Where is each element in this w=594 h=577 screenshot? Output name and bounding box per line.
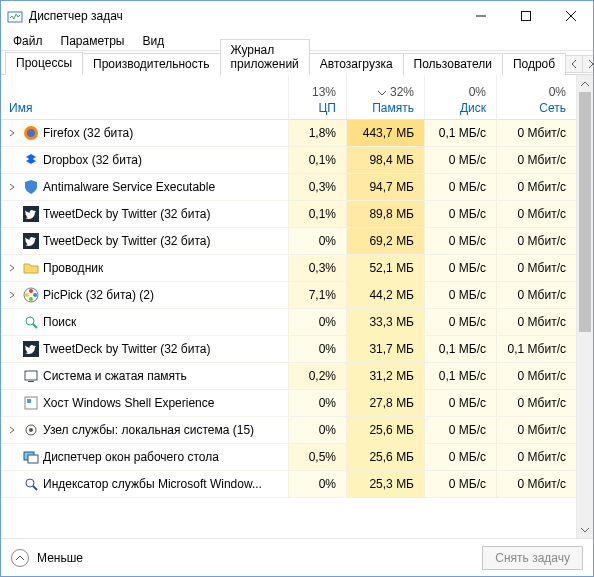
svg-point-13 [33,293,37,297]
cpu-cell: 0,2% [288,363,346,389]
process-name-cell: Antimalware Service Executable [1,174,288,200]
disk-cell: 0 МБ/с [424,309,496,335]
dwm-icon [23,449,39,465]
process-name-cell: Firefox (32 бита) [1,120,288,146]
process-name-cell: Система и сжатая память [1,363,288,389]
col-net-label: Сеть [539,101,566,115]
svg-rect-22 [27,399,31,403]
vertical-scrollbar[interactable] [576,75,593,538]
disk-cell: 0 МБ/с [424,228,496,254]
col-disk-label: Диск [460,101,486,115]
memory-cell: 89,8 МБ [346,201,424,227]
col-mem-pct: 32% [390,85,414,99]
svg-point-16 [26,317,34,325]
table-row[interactable]: Индексатор службы Microsoft Window...0%2… [1,471,576,498]
picpick-icon [23,287,39,303]
svg-line-17 [33,324,37,328]
fewer-details-label: Меньше [37,551,83,565]
table-row[interactable]: Antimalware Service Executable0,3%94,7 М… [1,174,576,201]
disk-cell: 0 МБ/с [424,390,496,416]
expand-icon[interactable] [5,182,19,193]
cpu-cell: 0,3% [288,174,346,200]
process-name-cell: Узел службы: локальная система (15) [1,417,288,443]
tab-scroll-left[interactable] [566,56,582,72]
network-cell: 0 Мбит/с [496,255,576,281]
tab-details[interactable]: Подроб [502,53,566,75]
tab-users[interactable]: Пользователи [403,53,503,75]
network-cell: 0 Мбит/с [496,147,576,173]
process-name-cell: TweetDeck by Twitter (32 бита) [1,336,288,362]
fewer-details-button[interactable]: Меньше [11,549,83,567]
table-row[interactable]: Dropbox (32 бита)0,1%98,4 МБ0 МБ/с0 Мбит… [1,147,576,174]
end-task-button[interactable]: Снять задачу [482,546,583,570]
scroll-down-icon[interactable] [577,521,593,538]
table-row[interactable]: Узел службы: локальная система (15)0%25,… [1,417,576,444]
disk-cell: 0 МБ/с [424,444,496,470]
process-name: TweetDeck by Twitter (32 бита) [43,234,210,248]
search-icon [23,314,39,330]
memory-cell: 69,2 МБ [346,228,424,254]
table-row[interactable]: Хост Windows Shell Experience0%27,8 МБ0 … [1,390,576,417]
network-cell: 0 Мбит/с [496,471,576,497]
memory-cell: 25,6 МБ [346,444,424,470]
folder-icon [23,260,39,276]
svg-rect-2 [521,12,530,21]
tab-processes[interactable]: Процессы [5,52,83,75]
network-cell: 0 Мбит/с [496,390,576,416]
table-row[interactable]: TweetDeck by Twitter (32 бита)0%69,2 МБ0… [1,228,576,255]
tab-app-history[interactable]: Журнал приложений [220,39,310,75]
process-table-wrap: . Имя 13% ЦП 32% Память 0% Диск 0% Сеть … [1,75,593,538]
dropbox-icon [23,152,39,168]
col-disk[interactable]: 0% Диск [424,75,496,119]
close-button[interactable] [548,1,593,31]
process-name: TweetDeck by Twitter (32 бита) [43,207,210,221]
expand-icon[interactable] [5,263,19,274]
col-cpu-pct: 13% [312,85,336,99]
menu-view[interactable]: Вид [134,32,172,50]
tab-startup[interactable]: Автозагрузка [309,53,404,75]
svg-rect-19 [25,371,37,380]
table-row[interactable]: Поиск0%33,3 МБ0 МБ/с0 Мбит/с [1,309,576,336]
col-memory[interactable]: 32% Память [346,75,424,119]
process-name-cell: Проводник [1,255,288,281]
col-cpu[interactable]: 13% ЦП [288,75,346,119]
disk-cell: 0,1 МБ/с [424,336,496,362]
menu-options[interactable]: Параметры [53,32,133,50]
col-name[interactable]: . Имя [1,75,288,119]
col-network[interactable]: 0% Сеть [496,75,576,119]
expand-icon[interactable] [5,290,19,301]
cpu-cell: 0,1% [288,147,346,173]
expand-icon[interactable] [5,425,19,436]
cpu-cell: 0% [288,390,346,416]
col-disk-pct: 0% [469,85,486,99]
memory-cell: 98,4 МБ [346,147,424,173]
table-row[interactable]: PicPick (32 бита) (2)7,1%44,2 МБ0 МБ/с0 … [1,282,576,309]
table-row[interactable]: Firefox (32 бита)1,8%443,7 МБ0,1 МБ/с0 М… [1,120,576,147]
tab-performance[interactable]: Производительность [82,53,220,75]
tab-scroll-right[interactable] [582,56,594,72]
expand-icon[interactable] [5,128,19,139]
scroll-up-icon[interactable] [577,75,593,92]
process-name-cell: PicPick (32 бита) (2) [1,282,288,308]
scroll-thumb[interactable] [579,92,591,332]
process-name-cell: Dropbox (32 бита) [1,147,288,173]
disk-cell: 0,1 МБ/с [424,120,496,146]
chevron-up-icon [11,549,29,567]
system-icon [23,368,39,384]
maximize-button[interactable] [503,1,548,31]
table-row[interactable]: TweetDeck by Twitter (32 бита)0%31,7 МБ0… [1,336,576,363]
disk-cell: 0 МБ/с [424,417,496,443]
disk-cell: 0 МБ/с [424,201,496,227]
disk-cell: 0 МБ/с [424,174,496,200]
network-cell: 0 Мбит/с [496,444,576,470]
scroll-track[interactable] [577,92,593,521]
minimize-button[interactable] [458,1,503,31]
table-row[interactable]: Система и сжатая память0,2%31,2 МБ0,1 МБ… [1,363,576,390]
table-row[interactable]: Проводник0,3%52,1 МБ0 МБ/с0 Мбит/с [1,255,576,282]
table-row[interactable]: Диспетчер окон рабочего стола0,5%25,6 МБ… [1,444,576,471]
table-row[interactable]: TweetDeck by Twitter (32 бита)0,1%89,8 М… [1,201,576,228]
menu-file[interactable]: Файл [5,32,51,50]
cpu-cell: 7,1% [288,282,346,308]
memory-cell: 52,1 МБ [346,255,424,281]
cpu-cell: 0,3% [288,255,346,281]
